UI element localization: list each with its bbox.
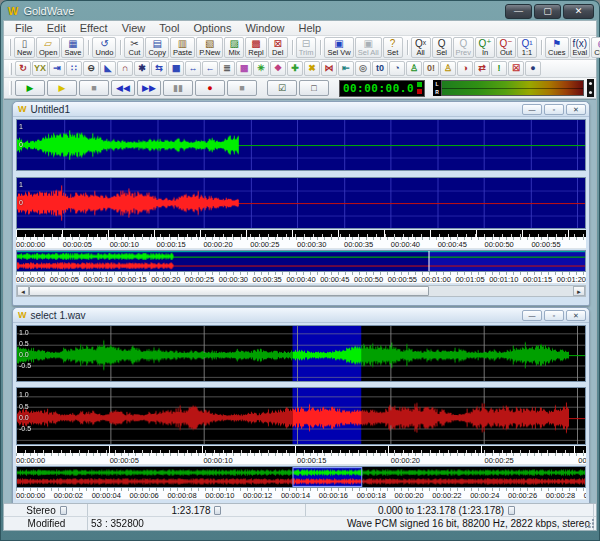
effect-cue-point-icon[interactable]: ♙: [406, 61, 422, 76]
fast-forward-button[interactable]: ▶▶: [137, 80, 161, 96]
overview-canvas[interactable]: [17, 251, 585, 271]
menu-item[interactable]: Edit: [40, 22, 73, 34]
doc-minimize-button[interactable]: —: [522, 310, 542, 321]
device-window-button[interactable]: □: [299, 80, 329, 96]
scroll-left-arrow[interactable]: ◄: [17, 286, 29, 296]
play-selection-button[interactable]: ▶: [47, 80, 77, 96]
effect-equalizer-icon[interactable]: ≣: [219, 61, 235, 76]
scrollbar-thumb[interactable]: [29, 286, 429, 296]
effect-trim-left-icon[interactable]: ⇤: [338, 61, 354, 76]
zoom-out-button[interactable]: Q⁻ Out: [496, 37, 516, 58]
status-panel-button[interactable]: [214, 506, 221, 515]
effect-reverse-icon[interactable]: ⇆: [151, 61, 167, 76]
menu-item[interactable]: Options: [186, 22, 238, 34]
delete-button[interactable]: ⊠ Del: [268, 37, 288, 58]
zoom-selection-button[interactable]: Q Sel: [432, 37, 452, 58]
effect-zero-mark-icon[interactable]: 0!: [423, 61, 439, 76]
zoom-all-button[interactable]: Qˣ All: [411, 37, 431, 58]
copy-button[interactable]: ▤ Copy: [145, 37, 169, 58]
waveform-canvas-right[interactable]: [17, 388, 585, 444]
effect-offset-icon[interactable]: ⇥: [49, 61, 65, 76]
waveform-canvas-right[interactable]: [17, 178, 585, 228]
doc-minimize-button[interactable]: —: [522, 104, 542, 115]
toolbar-grip[interactable]: [9, 39, 11, 56]
effect-left-arrow-icon[interactable]: ←: [202, 61, 218, 76]
cdx-button[interactable]: ◉ CDX: [591, 37, 600, 58]
effect-remove-icon[interactable]: ☒: [508, 61, 524, 76]
select-all-button[interactable]: ▣ Sel All: [355, 37, 382, 58]
close-button[interactable]: ✕: [563, 4, 594, 19]
play-button[interactable]: ▶: [15, 80, 45, 96]
maximize-button[interactable]: ▢: [534, 4, 561, 19]
zoom-in-button[interactable]: Q⁺ In: [475, 37, 495, 58]
effect-scatter-green-icon[interactable]: ✳: [253, 61, 269, 76]
effect-disc-icon[interactable]: ◎: [355, 61, 371, 76]
doc-restore-button[interactable]: ▫: [544, 310, 564, 321]
effect-marker-yellow-icon[interactable]: ♙: [440, 61, 456, 76]
new-button[interactable]: ▯ New: [14, 37, 35, 58]
effect-pan-icon[interactable]: ⊖: [83, 61, 99, 76]
effect-shape-volume-icon[interactable]: ◣: [100, 61, 116, 76]
waveform-canvas-left[interactable]: [17, 326, 585, 381]
effect-doppler-icon[interactable]: ↻: [15, 61, 31, 76]
toolbar-grip[interactable]: [9, 63, 12, 75]
paste-button[interactable]: ▥ Paste: [170, 37, 195, 58]
menu-item[interactable]: Effect: [73, 22, 115, 34]
save-button[interactable]: ▦ Save: [61, 37, 84, 58]
menu-item[interactable]: Help: [292, 22, 329, 34]
overview-bar[interactable]: [16, 250, 586, 272]
effect-swap-icon[interactable]: ⇄: [474, 61, 490, 76]
paste-new-button[interactable]: ▧ P.New: [196, 37, 223, 58]
waveform-panel-left[interactable]: 1.00.50.0-0.5: [16, 325, 586, 382]
menu-item[interactable]: View: [115, 22, 153, 34]
effect-spark-icon[interactable]: ✖: [304, 61, 320, 76]
waveform-canvas-left[interactable]: [17, 120, 585, 170]
effect-time-zero-icon[interactable]: t0: [372, 61, 388, 76]
document-title-bar[interactable]: W Untitled1 — ▫ ✕: [13, 102, 589, 117]
doc-close-button[interactable]: ✕: [566, 310, 586, 321]
pause-button[interactable]: ▮▮: [163, 80, 193, 96]
record-button[interactable]: ●: [195, 80, 225, 96]
minimize-button[interactable]: —: [505, 4, 532, 19]
effect-matrix-icon[interactable]: ▩: [236, 61, 252, 76]
effect-expression-icon[interactable]: YX: [32, 61, 48, 76]
effect-flange-icon[interactable]: ✱: [134, 61, 150, 76]
effect-half-circle-icon[interactable]: ◑: [457, 61, 473, 76]
open-button[interactable]: ▱ Open: [36, 37, 60, 58]
waveform-panel-left[interactable]: 1 0: [16, 119, 586, 171]
effect-scatter-pink-icon[interactable]: ❖: [270, 61, 286, 76]
select-view-button[interactable]: ▣ Sel Vw: [324, 37, 353, 58]
scroll-right-arrow[interactable]: ►: [573, 286, 585, 296]
cut-button[interactable]: ✂ Cut: [124, 37, 144, 58]
monitor-button[interactable]: ☑: [267, 80, 297, 96]
effect-echo-icon[interactable]: ∩: [117, 61, 133, 76]
doc-restore-button[interactable]: ▫: [544, 104, 564, 115]
effect-mechanize-icon[interactable]: ▦: [168, 61, 184, 76]
menu-item[interactable]: Tool: [152, 22, 186, 34]
stop-button[interactable]: ■: [79, 80, 109, 96]
toolbar-grip[interactable]: [9, 81, 12, 95]
waveform-panel-right[interactable]: 1 0: [16, 177, 586, 229]
resize-grip[interactable]: [584, 518, 595, 529]
effect-sphere-icon[interactable]: ●: [525, 61, 541, 76]
menu-item[interactable]: File: [8, 22, 40, 34]
mix-button[interactable]: ▨ Mix: [224, 37, 244, 58]
effect-cross-icon[interactable]: ✚: [287, 61, 303, 76]
record-stop-button[interactable]: ■: [227, 80, 257, 96]
status-panel-button[interactable]: [60, 506, 67, 515]
rewind-button[interactable]: ◀◀: [111, 80, 135, 96]
title-bar[interactable]: W GoldWave — ▢ ✕: [0, 0, 600, 20]
set-selection-button[interactable]: ? Set: [383, 37, 403, 58]
waveform-panel-right[interactable]: 1.00.50.0-0.5: [16, 387, 586, 445]
horizontal-scrollbar[interactable]: ◄ ►: [16, 285, 586, 297]
menu-item[interactable]: Window: [238, 22, 291, 34]
trim-button[interactable]: ⊟ Trim: [296, 37, 317, 58]
cues-button[interactable]: ⚑ Cues: [545, 37, 569, 58]
document-title-bar[interactable]: W select 1.wav — ▫ ✕: [13, 308, 589, 323]
zoom-one-to-one-button[interactable]: Q¹ 1:1: [517, 37, 537, 58]
doc-close-button[interactable]: ✕: [566, 104, 586, 115]
overview-bar[interactable]: [16, 466, 586, 488]
undo-button[interactable]: ↺ Undo: [92, 37, 116, 58]
effect-bowtie-icon[interactable]: ⋈: [321, 61, 337, 76]
effect-interpolate-icon[interactable]: ∷: [66, 61, 82, 76]
